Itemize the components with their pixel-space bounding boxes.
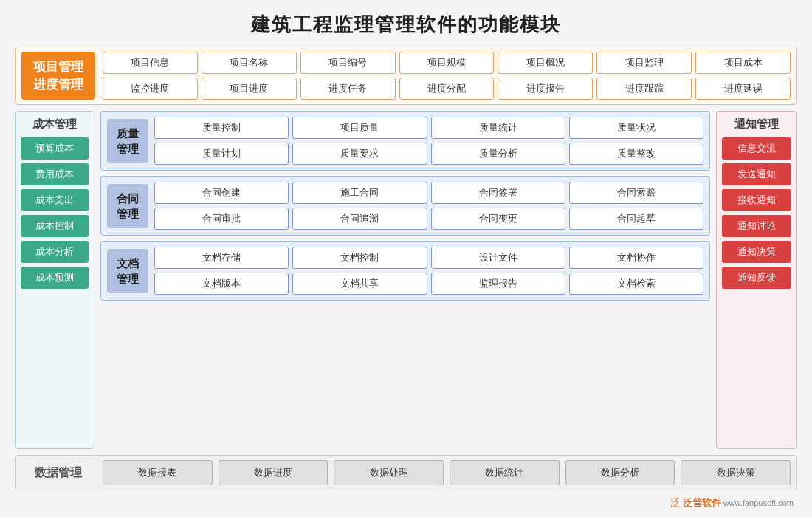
data-mgmt-label: 数据管理 <box>21 465 95 481</box>
notify-btn-2[interactable]: 接收通知 <box>722 189 791 211</box>
contract-cell-1-4: 合同索赔 <box>569 182 703 204</box>
contract-cell-2-2: 合同追溯 <box>292 208 427 230</box>
top-cell-2-2: 项目进度 <box>202 78 297 100</box>
contract-cell-1-2: 施工合同 <box>292 182 427 204</box>
document-grid: 文档存储 文档控制 设计文件 文档协作 文档版本 文档共享 监理报告 文档检索 <box>154 247 703 295</box>
quality-block: 质量管理 质量控制 项目质量 质量统计 质量状况 质量计划 质量要求 质量分析 … <box>100 111 710 171</box>
data-cell-3: 数据统计 <box>450 460 560 485</box>
document-cell-1-2: 文档控制 <box>292 247 427 269</box>
quality-cell-2-2: 质量要求 <box>292 143 427 165</box>
document-cell-2-2: 文档共享 <box>292 273 427 295</box>
quality-grid: 质量控制 项目质量 质量统计 质量状况 质量计划 质量要求 质量分析 质量整改 <box>154 117 703 165</box>
top-cell-2-4: 进度分配 <box>399 78 495 100</box>
document-cell-2-3: 监理报告 <box>431 273 565 295</box>
quality-cell-1-1: 质量控制 <box>154 117 289 139</box>
top-cell-2-5: 进度报告 <box>498 78 593 100</box>
contract-cell-2-3: 合同变更 <box>431 208 565 230</box>
top-cell-1-2: 项目名称 <box>202 52 297 74</box>
cost-btn-3[interactable]: 成本控制 <box>21 215 89 237</box>
top-grid: 项目信息 项目名称 项目编号 项目规模 项目概况 项目监理 项目成本 监控进度 … <box>103 52 791 100</box>
document-cell-1-3: 设计文件 <box>431 247 565 269</box>
data-cell-4: 数据分析 <box>565 460 675 485</box>
data-cell-5: 数据决策 <box>681 460 791 485</box>
notify-btn-0[interactable]: 信息交流 <box>722 137 791 160</box>
quality-cell-1-4: 质量状况 <box>569 117 703 139</box>
cost-title: 成本管理 <box>32 117 77 131</box>
document-cell-1-1: 文档存储 <box>154 247 289 269</box>
quality-cell-1-2: 项目质量 <box>292 117 427 139</box>
top-cell-2-1: 监控进度 <box>103 78 198 100</box>
top-cell-2-7: 进度延误 <box>695 78 791 100</box>
document-row-2: 文档版本 文档共享 监理报告 文档检索 <box>154 273 703 295</box>
contract-row-2: 合同审批 合同追溯 合同变更 合同起草 <box>154 208 703 230</box>
quality-row-2: 质量计划 质量要求 质量分析 质量整改 <box>154 143 703 165</box>
top-cell-1-6: 项目监理 <box>596 52 692 74</box>
data-cell-0: 数据报表 <box>103 460 213 485</box>
middle-section: 成本管理 预算成本 费用成本 成本支出 成本控制 成本分析 成本预测 质量管理 … <box>15 111 797 449</box>
document-cell-1-4: 文档协作 <box>569 247 703 269</box>
contract-grid: 合同创建 施工合同 合同签署 合同索赔 合同审批 合同追溯 合同变更 合同起草 <box>154 182 703 230</box>
notify-btn-4[interactable]: 通知决策 <box>722 241 791 263</box>
quality-cell-2-1: 质量计划 <box>154 143 289 165</box>
top-cell-2-6: 进度跟踪 <box>596 78 692 100</box>
notify-btn-1[interactable]: 发送通知 <box>722 163 791 185</box>
contract-row-1: 合同创建 施工合同 合同签署 合同索赔 <box>154 182 703 204</box>
cost-btn-1[interactable]: 费用成本 <box>21 163 89 185</box>
top-cell-1-5: 项目概况 <box>498 52 593 74</box>
quality-cell-2-3: 质量分析 <box>431 143 565 165</box>
contract-block: 合同管理 合同创建 施工合同 合同签署 合同索赔 合同审批 合同追溯 合同变更 … <box>100 176 710 236</box>
notify-title: 通知管理 <box>734 117 779 131</box>
contract-cell-2-4: 合同起草 <box>569 208 703 230</box>
cost-btn-4[interactable]: 成本分析 <box>21 241 89 263</box>
document-block: 文档管理 文档存储 文档控制 设计文件 文档协作 文档版本 文档共享 监理报告 … <box>100 241 710 301</box>
notify-section: 通知管理 信息交流 发送通知 接收通知 通知讨论 通知决策 通知反馈 <box>716 111 797 449</box>
notify-btn-5[interactable]: 通知反馈 <box>722 267 791 289</box>
top-cell-1-3: 项目编号 <box>300 52 396 74</box>
data-cell-1: 数据进度 <box>219 460 328 485</box>
cost-btn-2[interactable]: 成本支出 <box>21 189 89 211</box>
document-label: 文档管理 <box>107 249 148 293</box>
top-cell-1-4: 项目规模 <box>399 52 495 74</box>
contract-cell-1-3: 合同签署 <box>431 182 565 204</box>
top-cell-1-7: 项目成本 <box>695 52 791 74</box>
top-row-1: 项目信息 项目名称 项目编号 项目规模 项目概况 项目监理 项目成本 <box>103 52 791 74</box>
quality-cell-2-4: 质量整改 <box>569 143 703 165</box>
bottom-cells: 数据报表 数据进度 数据处理 数据统计 数据分析 数据决策 <box>103 460 791 485</box>
top-cell-2-3: 进度任务 <box>300 78 396 100</box>
contract-cell-1-1: 合同创建 <box>154 182 289 204</box>
top-row-2: 监控进度 项目进度 进度任务 进度分配 进度报告 进度跟踪 进度延误 <box>103 78 791 100</box>
page-title: 建筑工程监理管理软件的功能模块 <box>15 7 797 41</box>
top-left-label: 项目管理进度管理 <box>21 52 95 100</box>
page-wrapper: 建筑工程监理管理软件的功能模块 项目管理进度管理 项目信息 项目名称 项目编号 … <box>0 0 812 517</box>
footer-logo: 泛普软件 <box>683 496 721 510</box>
footer: 泛 泛普软件 www.fanpusoft.com <box>15 496 797 510</box>
footer-url: www.fanpusoft.com <box>723 499 794 507</box>
bottom-section: 数据管理 数据报表 数据进度 数据处理 数据统计 数据分析 数据决策 <box>15 455 797 490</box>
cost-section: 成本管理 预算成本 费用成本 成本支出 成本控制 成本分析 成本预测 <box>15 111 94 449</box>
cost-btn-5[interactable]: 成本预测 <box>21 267 89 289</box>
quality-label: 质量管理 <box>107 119 148 163</box>
document-cell-2-1: 文档版本 <box>154 273 289 295</box>
data-cell-2: 数据处理 <box>334 460 444 485</box>
cost-btn-0[interactable]: 预算成本 <box>21 137 89 160</box>
contract-cell-2-1: 合同审批 <box>154 208 289 230</box>
document-row-1: 文档存储 文档控制 设计文件 文档协作 <box>154 247 703 269</box>
quality-row-1: 质量控制 项目质量 质量统计 质量状况 <box>154 117 703 139</box>
document-cell-2-4: 文档检索 <box>569 273 703 295</box>
notify-btn-3[interactable]: 通知讨论 <box>722 215 791 237</box>
contract-label: 合同管理 <box>107 184 148 228</box>
quality-cell-1-3: 质量统计 <box>431 117 565 139</box>
center-section: 质量管理 质量控制 项目质量 质量统计 质量状况 质量计划 质量要求 质量分析 … <box>100 111 710 449</box>
top-section: 项目管理进度管理 项目信息 项目名称 项目编号 项目规模 项目概况 项目监理 项… <box>15 47 797 105</box>
top-cell-1-1: 项目信息 <box>103 52 198 74</box>
